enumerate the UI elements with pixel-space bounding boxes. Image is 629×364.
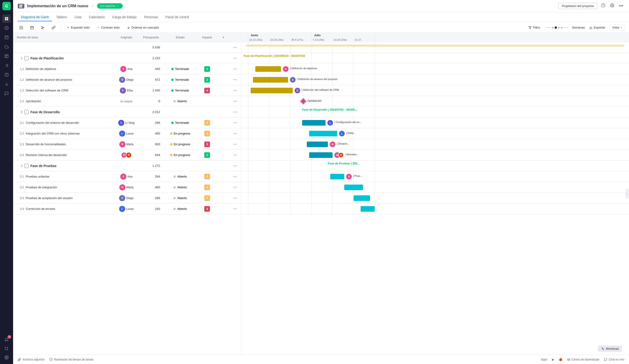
sidebar-icon-search[interactable] bbox=[2, 344, 11, 353]
task-3-2-name[interactable]: Pruebas de integración bbox=[26, 186, 57, 189]
task-1-4-name[interactable]: Aprobación bbox=[26, 100, 41, 103]
sidebar-icon-time[interactable] bbox=[2, 71, 11, 79]
gantt-row-1-4: Aprobación bbox=[241, 96, 629, 107]
svg-rect-2 bbox=[5, 19, 6, 20]
group-2-collapse-icon[interactable]: − bbox=[24, 110, 28, 114]
task-1-1-more[interactable]: ••• bbox=[229, 67, 241, 71]
apple-btn[interactable]: 🍎 bbox=[559, 358, 562, 361]
task-1-3-more[interactable]: ••• bbox=[229, 88, 241, 93]
task-2-2-more[interactable]: ••• bbox=[229, 131, 241, 136]
calendar-view-btn[interactable] bbox=[28, 24, 36, 31]
apps-btn[interactable]: Apps bbox=[541, 358, 547, 361]
link-btn[interactable] bbox=[49, 24, 58, 31]
task-3-1-more[interactable]: ••• bbox=[229, 174, 241, 179]
group-1-more[interactable]: ••• bbox=[229, 56, 241, 60]
checkbox-all-btn[interactable] bbox=[17, 24, 26, 31]
sidebar-icon-inbox[interactable] bbox=[2, 33, 11, 42]
gantt-row-group-1: Fase de Planificación | 2024/06/18 - 202… bbox=[241, 53, 629, 64]
attachments-btn[interactable]: Archivos adjuntos bbox=[18, 358, 45, 361]
task-3-3-name[interactable]: Pruebas de aceptación del usuario bbox=[26, 196, 73, 200]
chat-live-btn[interactable]: Chat en vivo bbox=[604, 358, 624, 361]
task-3-4-name[interactable]: Corrección de errores bbox=[26, 207, 55, 211]
sidebar-icon-analytics[interactable] bbox=[2, 80, 11, 88]
view-btn[interactable]: Vista bbox=[610, 24, 625, 31]
cascade-btn[interactable]: Ordenar en cascada bbox=[124, 24, 161, 31]
collapse-all-btn[interactable]: Contraer todo bbox=[94, 24, 122, 31]
task-1-4-status: Abierto bbox=[173, 100, 187, 103]
sidebar-icon-chat[interactable] bbox=[2, 89, 11, 98]
tab-lista[interactable]: Lista bbox=[71, 13, 85, 21]
gantt-avatar-1-2: D bbox=[290, 77, 296, 83]
workload-button[interactable]: Workload bbox=[598, 346, 622, 352]
task-2-2-impact: 3 bbox=[204, 131, 210, 136]
more-icon[interactable]: ••• bbox=[618, 2, 624, 9]
tab-calendario[interactable]: Calendario bbox=[86, 13, 108, 21]
learning-btn[interactable]: Centro de Aprendizaje bbox=[567, 358, 600, 361]
task-3-4-more[interactable]: ••• bbox=[229, 207, 241, 211]
empty-row: 5.436 ••• bbox=[13, 42, 241, 53]
empty-row-more[interactable]: ••• bbox=[229, 45, 241, 50]
star-icon[interactable]: ☆ bbox=[91, 4, 94, 8]
task-2-4-name[interactable]: Revisión interna del desarrollo bbox=[26, 153, 67, 157]
gantt-task-label-2-1: | Configuración del en... bbox=[334, 121, 361, 123]
play-btn[interactable]: ▶ bbox=[552, 358, 554, 361]
group-3-collapse-icon[interactable]: − bbox=[24, 164, 28, 168]
task-1-2-budget: 672 bbox=[138, 78, 164, 81]
settings-icon[interactable] bbox=[609, 2, 615, 9]
tab-carga[interactable]: Carga de trabajo bbox=[109, 13, 140, 21]
group-1-budget: 2.152 bbox=[138, 56, 164, 60]
gantt-row-1-2: D | Definición de alcance del proyecto bbox=[241, 74, 629, 85]
tab-gantt[interactable]: Diagrama de Gantt bbox=[18, 13, 52, 21]
task-1-1-name[interactable]: Definición de objetivos bbox=[26, 67, 56, 71]
expand-all-btn[interactable]: Expandir todo bbox=[64, 24, 92, 31]
filter-btn[interactable]: Filtro bbox=[526, 24, 542, 31]
gantt-row-1-3: E | Selección del software de CRM bbox=[241, 85, 629, 96]
gantt-phase-1-label: Fase de Planificación | 2024/06/18 - 202… bbox=[244, 54, 305, 58]
task-2-3-more[interactable]: ••• bbox=[229, 142, 241, 146]
sidebar-icon-list[interactable] bbox=[2, 61, 11, 70]
time-tracker-btn[interactable]: Rastreador de tiempo de tareas bbox=[49, 358, 94, 361]
group-1-collapse-icon[interactable]: − bbox=[24, 56, 28, 60]
bottom-bar: Archivos adjuntos Rastreador de tiempo d… bbox=[13, 355, 629, 364]
task-2-2-name[interactable]: Integración del CRM con otros sistemas bbox=[26, 132, 80, 135]
zoom-control[interactable] bbox=[546, 26, 568, 29]
empty-row-budget: 5.436 bbox=[138, 46, 164, 49]
gantt-collapse-panel-btn[interactable]: ‹ bbox=[625, 189, 629, 198]
sidebar-icon-home[interactable] bbox=[2, 14, 11, 23]
sidebar-icon-add[interactable] bbox=[2, 24, 11, 32]
tab-tablero[interactable]: Tablero bbox=[53, 13, 70, 21]
svg-point-26 bbox=[612, 5, 613, 6]
task-row-1-2: 1.2 Definición de alcance del proyecto D… bbox=[13, 74, 241, 85]
task-2-1-name[interactable]: Configuración del entorno de desarrollo bbox=[26, 121, 79, 124]
status-badge[interactable]: En marcha bbox=[97, 3, 123, 9]
sidebar-icon-projects[interactable] bbox=[2, 52, 11, 60]
add-column-btn[interactable]: + bbox=[218, 35, 229, 39]
task-3-2-more[interactable]: ••• bbox=[229, 185, 241, 190]
sidebar-icon-settings[interactable] bbox=[2, 353, 11, 362]
task-1-4-more[interactable]: ••• bbox=[229, 99, 241, 103]
sidebar-icon-notifications[interactable]: 35 bbox=[2, 336, 11, 344]
owner-button[interactable]: Propietario del proyecto bbox=[558, 3, 597, 9]
task-3-3-num: 3.3 bbox=[17, 197, 24, 200]
export-btn[interactable]: Exportar bbox=[587, 24, 608, 31]
task-2-3-name[interactable]: Desarrollo de funcionalidades bbox=[26, 142, 66, 146]
task-2-1-more[interactable]: ••• bbox=[229, 121, 241, 125]
task-3-3-more[interactable]: ••• bbox=[229, 196, 241, 200]
task-2-2-num: 2.2 bbox=[17, 132, 24, 135]
gantt-view-btn[interactable] bbox=[38, 24, 47, 31]
task-1-2-more[interactable]: ••• bbox=[229, 78, 241, 82]
tab-personas[interactable]: Personas bbox=[141, 13, 161, 21]
group-1-num: 1 bbox=[17, 57, 22, 60]
gantt-avatar-1-1: A bbox=[283, 66, 289, 72]
task-2-4-more[interactable]: ••• bbox=[229, 153, 241, 157]
group-3-more[interactable]: ••• bbox=[229, 164, 241, 168]
task-1-2-name[interactable]: Definición de alcance del proyecto bbox=[26, 78, 72, 81]
sidebar-icon-cloud[interactable] bbox=[2, 43, 11, 51]
tab-panel[interactable]: Panel de control bbox=[162, 13, 192, 21]
task-1-3-name[interactable]: Selección del software de CRM bbox=[26, 89, 68, 92]
group-2-more[interactable]: ••• bbox=[229, 110, 241, 114]
app-logo[interactable]: G bbox=[2, 2, 11, 10]
task-3-1-name[interactable]: Pruebas unitarias bbox=[26, 175, 49, 178]
group-2-budget: 2.012 bbox=[138, 110, 164, 114]
history-icon[interactable] bbox=[600, 2, 606, 9]
